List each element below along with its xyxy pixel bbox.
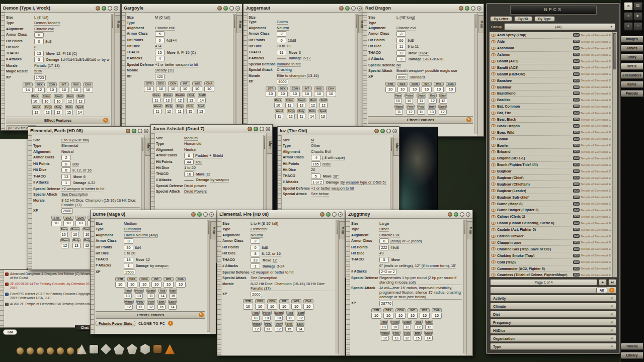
- scrollbar-thumb[interactable]: [142, 138, 143, 151]
- field-value[interactable]: Lawful Neutral (Any): [124, 233, 158, 238]
- close-icon[interactable]: ×: [392, 129, 397, 133]
- npc-list-item[interactable]: Bat, Common000Temple of Elemental E: [490, 104, 612, 110]
- npc-list-item[interactable]: Bugbear Sub-chief000Temple of Elemental …: [490, 194, 612, 201]
- field-value[interactable]: L to H (8-16' tall): [61, 138, 89, 143]
- field-value-box[interactable]: 222: [379, 245, 389, 250]
- save-value-box[interactable]: 14: [425, 335, 433, 341]
- field-value-box[interactable]: 11: [277, 50, 286, 55]
- save-value-box[interactable]: 13: [187, 98, 195, 103]
- window-titlebar[interactable]: Juggernaut×: [244, 4, 364, 13]
- field-value-box[interactable]: 8: [124, 238, 133, 244]
- save-value-box[interactable]: 12: [125, 304, 133, 310]
- window-titlebar[interactable]: Red Dragon×: [363, 4, 484, 13]
- field-value-box[interactable]: 5: [155, 31, 165, 37]
- tab-main[interactable]: Main: [478, 15, 484, 33]
- field-value-box[interactable]: 28770: [379, 301, 393, 306]
- save-value-box[interactable]: 10: [42, 99, 50, 104]
- npc-list-item[interactable]: Canon (Canon Belsornig, Cleric 6)000Temp…: [490, 220, 612, 227]
- npc-list-scrollbar[interactable]: [612, 32, 617, 277]
- close-icon[interactable]: ×: [477, 6, 481, 11]
- clone-to-pc-button[interactable]: CLONE TO PC: [138, 322, 165, 325]
- field-value-box[interactable]: 420: [155, 74, 165, 79]
- ability-value-box[interactable]: 10: [267, 304, 277, 310]
- sheet-scrollbar[interactable]: [207, 220, 210, 332]
- save-value-box[interactable]: 13: [72, 243, 80, 248]
- field-value[interactable]: See Description: [251, 276, 277, 281]
- field-value[interactable]: 20d8: [322, 162, 331, 167]
- ability-value-box[interactable]: 10: [422, 86, 432, 93]
- toolbar-effects-icon[interactable]: +: [633, 22, 642, 31]
- save-value-box[interactable]: 13: [392, 335, 400, 341]
- field-value[interactable]: L to H (8-16' tall): [251, 221, 278, 226]
- field-value[interactable]: Neutral: [184, 147, 196, 152]
- scrollbar-thumb[interactable]: [356, 15, 357, 28]
- field-value[interactable]: Neutral: [251, 233, 263, 238]
- npc-sheet-window-juggernaut[interactable]: Juggernaut×SizeTypeGolemAlignmentNeutral…: [243, 4, 364, 137]
- scrollbar-thumb[interactable]: [208, 221, 209, 234]
- scrollbar-thumb[interactable]: [337, 221, 338, 234]
- field-value[interactable]: 10 to 13: [277, 44, 290, 49]
- die-d8[interactable]: [101, 344, 111, 354]
- npc-list-item[interactable]: Bodak000Temple of Elemental E: [490, 136, 612, 142]
- coin-token[interactable]: [16, 347, 24, 355]
- save-value-box[interactable]: 12: [403, 335, 411, 341]
- field-value[interactable]: 8d4: [135, 245, 141, 250]
- save-value-box[interactable]: 12: [286, 315, 294, 321]
- save-value-box[interactable]: 14: [296, 326, 304, 332]
- field-value-box[interactable]: 12: [396, 50, 406, 56]
- sheet-scrollbar[interactable]: [111, 14, 114, 128]
- share-icon[interactable]: [229, 6, 234, 11]
- field-value-box[interactable]: -4: [311, 155, 320, 160]
- ability-value-box[interactable]: 10: [397, 86, 408, 93]
- sheet-scrollbar[interactable]: [233, 14, 236, 130]
- npc-list-item[interactable]: Brigand000Temple of Elemental E: [490, 149, 612, 155]
- save-value-box[interactable]: 15: [285, 326, 293, 332]
- ability-value-box[interactable]: 10: [279, 304, 289, 310]
- id-toggle-icon[interactable]: [345, 6, 350, 11]
- tab-by-hd[interactable]: By HD: [514, 16, 532, 22]
- window-titlebar[interactable]: Elemental, Fire (HD 08)×: [217, 210, 345, 219]
- ability-value-box[interactable]: 10: [303, 304, 313, 310]
- die-d6[interactable]: [90, 345, 98, 353]
- ability-value-box[interactable]: 10: [410, 86, 420, 93]
- save-value-box[interactable]: 12: [54, 110, 62, 115]
- field-value-box[interactable]: 18: [124, 257, 133, 262]
- ability-value-box[interactable]: 10: [71, 87, 81, 93]
- tab-main[interactable]: Main: [115, 15, 120, 33]
- field-value-box[interactable]: 16: [184, 171, 194, 177]
- share-icon[interactable]: [138, 129, 142, 133]
- field-value-box[interactable]: 8: [251, 251, 260, 256]
- field-value-box[interactable]: 0: [277, 38, 286, 43]
- save-value-box[interactable]: 15: [414, 335, 422, 341]
- lock-icon[interactable]: [217, 6, 222, 11]
- save-value-box[interactable]: 13: [135, 293, 143, 299]
- ability-value-box[interactable]: 10: [139, 282, 149, 288]
- scrollbar-thumb[interactable]: [234, 15, 235, 28]
- save-value-box[interactable]: 15: [186, 109, 194, 114]
- npc-list-item[interactable]: Black Dragon000Temple of Elemental E: [490, 123, 612, 129]
- toolbar-day-night-icon[interactable]: ◐: [624, 22, 633, 31]
- save-value-box[interactable]: 10: [54, 99, 62, 104]
- filter-frequency[interactable]: Frequency▼: [490, 319, 616, 326]
- gm-identity-pill[interactable]: GM: [3, 329, 17, 335]
- field-value-box[interactable]: 5: [34, 57, 44, 62]
- field-value-box[interactable]: 13: [251, 257, 260, 263]
- field-value[interactable]: +1 or better weapon to hit: [311, 186, 354, 191]
- field-value[interactable]: Medium: [124, 221, 137, 226]
- npc-sheet-window-demon[interactable]: Demon (Type I, Vrock)×SizeL (8' tall)Typ…: [1, 4, 121, 131]
- field-value-box[interactable]: 0: [379, 238, 389, 244]
- npc-list-item[interactable]: Aide000Temple of Elemental E: [490, 39, 612, 45]
- tab-main[interactable]: Main: [467, 221, 472, 239]
- ability-value-box[interactable]: 10: [326, 91, 336, 97]
- field-value[interactable]: 4+4: [155, 44, 162, 49]
- npc-list-item[interactable]: Bugbear (Chieftain)000Temple of Elementa…: [490, 181, 612, 188]
- field-value-box[interactable]: 13: [34, 51, 44, 56]
- field-value[interactable]: M (6' tall): [155, 15, 171, 20]
- npc-sheet-window-elemental-fire[interactable]: Elemental, Fire (HD 08)×SizeL to H (8-16…: [217, 210, 345, 356]
- id-toggle-icon[interactable]: [132, 129, 136, 133]
- ability-value-box[interactable]: 10: [446, 86, 456, 93]
- field-value[interactable]: Medium: [184, 136, 198, 141]
- save-value-box[interactable]: 12: [147, 304, 155, 310]
- field-value[interactable]: Other: [311, 143, 320, 148]
- save-value-box[interactable]: 12: [439, 98, 447, 104]
